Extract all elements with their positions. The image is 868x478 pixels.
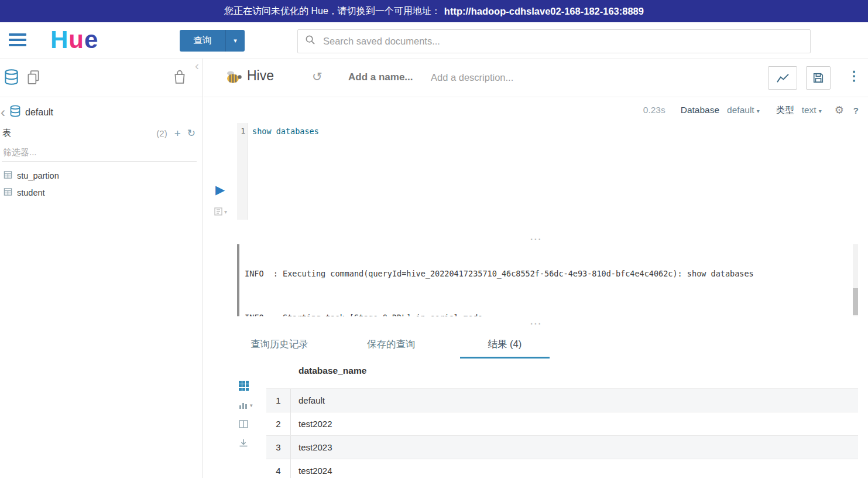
sql-editor: 1 show databases ▶ ▾ [204, 123, 868, 221]
line-number: 1 [241, 127, 245, 135]
hamburger-bar [9, 44, 26, 46]
editor-gutter: 1 [237, 123, 248, 220]
tab-saved-queries[interactable]: 保存的查询 [353, 332, 430, 358]
table-name: student [17, 188, 45, 197]
database-label: Database [681, 105, 719, 115]
log-line: INFO : Executing command(queryId=hive_20… [245, 267, 849, 281]
caret-down-icon: ▾ [224, 209, 227, 215]
chart-button[interactable] [768, 66, 797, 90]
database-select-value: default [727, 105, 754, 115]
caret-down-icon: ▾ [757, 108, 760, 114]
tables-list: stu_partion student [0, 167, 203, 201]
result-tabs: 查询历史记录 保存的查询 结果 (4) [204, 332, 868, 358]
banner-url: http://hadoop-cdhslave02-168-182-163:888… [444, 6, 644, 17]
hamburger-bar [9, 33, 26, 36]
snippet-toolbar: 0.23s Database default▾ 类型 text▾ ⚙ ? [204, 97, 868, 123]
hue-logo[interactable]: Hue [50, 25, 98, 55]
table-name: stu_partion [17, 171, 59, 180]
table-item-student[interactable]: student [0, 184, 203, 201]
row-number: 4 [266, 459, 291, 478]
bag-icon[interactable] [172, 69, 187, 88]
log-line: INFO : Starting task [Stage-0:DDL] in se… [245, 310, 849, 316]
database-select[interactable]: default▾ [727, 105, 760, 115]
row-value: test2023 [291, 436, 332, 459]
assist-top-bar: ‹ [0, 59, 203, 97]
grid-view-button[interactable] [239, 381, 249, 391]
query-log-panel: INFO : Executing command(queryId=hive_20… [237, 244, 858, 316]
snippet-header: Hive ↺ Add a name... Add a description..… [204, 59, 868, 97]
row-value: test2022 [291, 412, 332, 435]
query-dropdown-caret[interactable]: ▾ [225, 30, 245, 52]
table-item-stu-partion[interactable]: stu_partion [0, 167, 203, 184]
document-search[interactable] [297, 29, 811, 53]
tab-results[interactable]: 结果 (4) [460, 332, 550, 358]
resize-handle[interactable]: ⋯ [204, 320, 868, 327]
query-description-field[interactable]: Add a description... [431, 72, 513, 83]
database-stack-icon[interactable] [4, 69, 19, 88]
type-select[interactable]: text▾ [802, 105, 822, 115]
columns-button[interactable] [239, 420, 248, 428]
type-select-value: text [802, 105, 816, 115]
download-button[interactable] [239, 439, 248, 448]
results-toolbar: ▾ [239, 381, 253, 448]
row-value: default [291, 389, 325, 412]
tab-label: 结果 (4) [488, 338, 522, 351]
documents-icon[interactable] [26, 69, 41, 88]
result-column-header: database_name [299, 366, 366, 376]
row-number: 3 [266, 436, 291, 459]
explain-dropdown-button[interactable]: ▾ [214, 207, 227, 216]
table-icon [4, 170, 12, 181]
caret-down-icon: ▾ [819, 108, 822, 114]
tables-count: (2) [156, 128, 167, 138]
save-button[interactable] [806, 66, 831, 90]
caret-down-icon: ▾ [234, 37, 237, 45]
collapse-panel-icon[interactable]: ‹ [195, 59, 199, 73]
help-icon[interactable]: ? [853, 105, 859, 115]
logo-letter: e [84, 26, 98, 53]
log-scrollbar-track[interactable] [853, 244, 858, 316]
chart-view-button[interactable]: ▾ [239, 401, 253, 409]
table-filter [0, 139, 203, 162]
log-lines: INFO : Executing command(queryId=hive_20… [245, 244, 849, 316]
query-button[interactable]: 查询 [180, 30, 225, 52]
settings-gear-icon[interactable]: ⚙ [835, 105, 844, 115]
database-icon [9, 105, 21, 120]
execution-time: 0.23s [643, 105, 665, 115]
top-banner: 您正在访问未优化的 Hue，请切换到一个可用地址： http://hadoop-… [0, 0, 868, 22]
table-row: 1 default [266, 389, 858, 412]
resize-handle[interactable]: ⋯ [204, 235, 868, 243]
results-table: 1 default 2 test2022 3 test2023 4 test20… [266, 388, 858, 478]
breadcrumb: ‹ default [0, 105, 203, 120]
hamburger-menu-button[interactable] [9, 33, 26, 47]
tab-query-history[interactable]: 查询历史记录 [236, 332, 323, 358]
breadcrumb-back-icon[interactable]: ‹ [1, 107, 5, 118]
table-filter-input[interactable] [2, 143, 197, 162]
tables-header: 表 (2) + ↻ [0, 128, 203, 139]
query-name-field[interactable]: Add a name... [348, 71, 413, 83]
hive-logo-icon [225, 69, 242, 88]
engine-name: Hive [247, 68, 274, 84]
row-number: 1 [266, 389, 291, 412]
add-table-icon[interactable]: + [174, 129, 181, 138]
sql-statement[interactable]: show databases [252, 127, 319, 136]
editor-main: Hive ↺ Add a name... Add a description..… [204, 59, 868, 478]
search-input[interactable] [322, 35, 803, 47]
tab-label: 查询历史记录 [251, 338, 308, 351]
app-header: Hue 查询 ▾ [0, 22, 868, 59]
row-number: 2 [266, 412, 291, 435]
table-row: 4 test2024 [266, 459, 858, 478]
refresh-tables-icon[interactable]: ↻ [187, 129, 195, 138]
more-actions-button[interactable]: ⋮ [848, 69, 860, 84]
type-label: 类型 [776, 104, 794, 117]
run-query-button[interactable]: ▶ [215, 183, 225, 196]
table-icon [4, 187, 12, 198]
breadcrumb-database-name[interactable]: default [25, 107, 53, 118]
query-history-icon[interactable]: ↺ [312, 70, 323, 84]
tab-label: 保存的查询 [367, 338, 416, 351]
tables-label: 表 [2, 128, 11, 139]
caret-down-icon: ▾ [250, 402, 253, 408]
banner-message: 您正在访问未优化的 Hue，请切换到一个可用地址： [224, 5, 441, 18]
query-split-button[interactable]: 查询 ▾ [180, 30, 245, 52]
table-row: 2 test2022 [266, 412, 858, 436]
log-scrollbar-thumb[interactable] [853, 288, 858, 315]
